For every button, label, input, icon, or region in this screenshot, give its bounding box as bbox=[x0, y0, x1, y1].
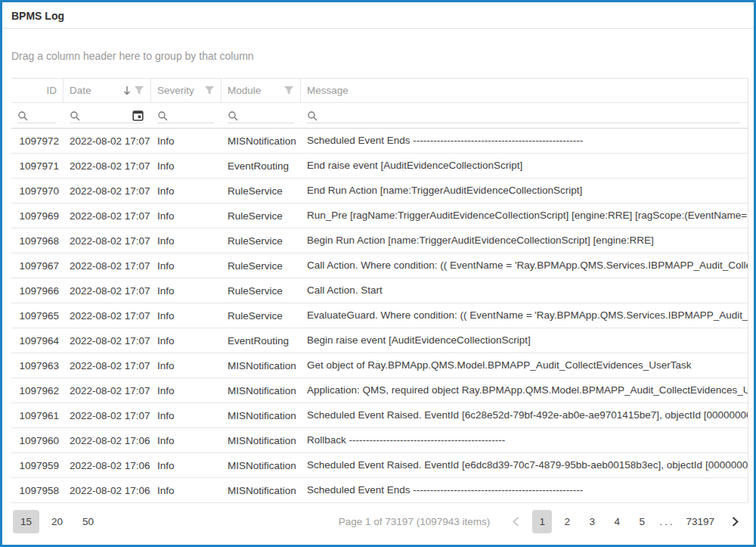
column-header-message[interactable]: Message bbox=[301, 79, 748, 102]
grid-header-row: ID Date Severity bbox=[11, 78, 748, 103]
cell-message: Get object of Ray.BPMApp.QMS.Model.BPMAP… bbox=[301, 353, 748, 378]
cell-severity: Info bbox=[151, 428, 222, 452]
page-button-2[interactable]: 2 bbox=[557, 510, 577, 533]
table-row[interactable]: 1097971 2022-08-02 17:07 Info EventRouti… bbox=[11, 154, 748, 179]
cell-module: MISNotification bbox=[222, 129, 301, 153]
cell-module: RuleService bbox=[222, 204, 301, 228]
cell-date: 2022-08-02 17:06 bbox=[64, 453, 151, 477]
page-button-last[interactable]: 73197 bbox=[682, 510, 718, 533]
magnifier-icon bbox=[17, 110, 28, 121]
cell-module: RuleService bbox=[222, 179, 301, 203]
filter-input-date[interactable] bbox=[64, 103, 151, 128]
column-label-module: Module bbox=[228, 85, 284, 96]
table-row[interactable]: 1097970 2022-08-02 17:07 Info RuleServic… bbox=[11, 179, 748, 204]
page-button-4[interactable]: 4 bbox=[607, 510, 627, 533]
cell-message: Scheduled Event Raised. EventId [e6dc8d3… bbox=[301, 453, 748, 477]
table-row[interactable]: 1097972 2022-08-02 17:07 Info MISNotific… bbox=[11, 129, 748, 154]
pager: 15 20 50 Page 1 of 73197 (1097943 items)… bbox=[2, 503, 754, 539]
filter-input-module[interactable] bbox=[222, 103, 301, 128]
cell-id: 1097962 bbox=[11, 378, 64, 402]
sort-descending-arrow-icon[interactable] bbox=[122, 85, 132, 95]
cell-severity: Info bbox=[151, 204, 222, 228]
cell-id: 1097968 bbox=[11, 228, 64, 253]
cell-message: Rollback -------------------------------… bbox=[301, 428, 748, 452]
cell-severity: Info bbox=[151, 378, 222, 402]
group-by-drop-area[interactable]: Drag a column header here to group by th… bbox=[2, 29, 754, 78]
cell-date: 2022-08-02 17:06 bbox=[64, 478, 151, 502]
column-label-severity: Severity bbox=[157, 85, 204, 96]
cell-id: 1097971 bbox=[11, 154, 64, 178]
cell-date: 2022-08-02 17:07 bbox=[64, 278, 151, 303]
cell-severity: Info bbox=[151, 328, 222, 353]
page-size-15[interactable]: 15 bbox=[13, 510, 39, 533]
magnifier-icon bbox=[307, 110, 318, 121]
table-row[interactable]: 1097969 2022-08-02 17:07 Info RuleServic… bbox=[11, 204, 748, 228]
page-button-5[interactable]: 5 bbox=[632, 510, 652, 533]
page-size-20[interactable]: 20 bbox=[44, 510, 70, 533]
page-button-1[interactable]: 1 bbox=[532, 510, 552, 533]
magnifier-icon bbox=[157, 110, 168, 121]
chevron-right-icon[interactable] bbox=[726, 510, 744, 533]
table-row[interactable]: 1097960 2022-08-02 17:06 Info MISNotific… bbox=[11, 428, 748, 453]
cell-date: 2022-08-02 17:07 bbox=[64, 228, 151, 253]
cell-message: Call Action. Start bbox=[301, 278, 748, 303]
bpms-log-window: BPMS Log Drag a column header here to gr… bbox=[0, 0, 756, 547]
cell-id: 1097959 bbox=[11, 453, 64, 477]
table-row[interactable]: 1097965 2022-08-02 17:07 Info RuleServic… bbox=[11, 303, 748, 328]
table-row[interactable]: 1097966 2022-08-02 17:07 Info RuleServic… bbox=[11, 278, 748, 303]
column-header-date[interactable]: Date bbox=[64, 79, 151, 102]
cell-severity: Info bbox=[151, 129, 222, 153]
cell-severity: Info bbox=[151, 278, 222, 303]
column-header-module[interactable]: Module bbox=[222, 79, 301, 102]
filter-funnel-icon[interactable] bbox=[204, 85, 215, 95]
table-row[interactable]: 1097959 2022-08-02 17:06 Info MISNotific… bbox=[11, 453, 748, 478]
cell-severity: Info bbox=[151, 478, 222, 502]
cell-module: EventRouting bbox=[222, 154, 301, 178]
cell-id: 1097960 bbox=[11, 428, 64, 452]
table-row[interactable]: 1097964 2022-08-02 17:07 Info EventRouti… bbox=[11, 328, 748, 353]
cell-severity: Info bbox=[151, 154, 222, 178]
page-size-50[interactable]: 50 bbox=[75, 510, 101, 533]
cell-id: 1097963 bbox=[11, 353, 64, 378]
table-row[interactable]: 1097967 2022-08-02 17:07 Info RuleServic… bbox=[11, 253, 748, 278]
cell-date: 2022-08-02 17:07 bbox=[64, 378, 151, 402]
magnifier-icon bbox=[70, 110, 80, 121]
column-label-date: Date bbox=[70, 85, 122, 96]
cell-module: MISNotification bbox=[222, 478, 301, 502]
cell-date: 2022-08-02 17:07 bbox=[64, 129, 151, 153]
cell-severity: Info bbox=[151, 353, 222, 378]
cell-message: EvaluateGuard. Where condition: (( Event… bbox=[301, 303, 748, 328]
table-row[interactable]: 1097958 2022-08-02 17:06 Info MISNotific… bbox=[11, 478, 748, 503]
page-size-selector: 15 20 50 bbox=[13, 510, 101, 533]
cell-id: 1097965 bbox=[11, 303, 64, 328]
log-grid: ID Date Severity bbox=[11, 78, 748, 503]
filter-input-message[interactable] bbox=[301, 103, 748, 128]
cell-severity: Info bbox=[151, 303, 222, 328]
cell-date: 2022-08-02 17:07 bbox=[64, 253, 151, 278]
cell-id: 1097966 bbox=[11, 278, 64, 303]
cell-message: Scheduled Event Ends -------------------… bbox=[301, 129, 748, 153]
cell-module: MISNotification bbox=[222, 428, 301, 452]
cell-module: EventRouting bbox=[222, 328, 301, 353]
magnifier-icon bbox=[228, 110, 238, 121]
table-row[interactable]: 1097968 2022-08-02 17:07 Info RuleServic… bbox=[11, 228, 748, 253]
table-row[interactable]: 1097963 2022-08-02 17:07 Info MISNotific… bbox=[11, 353, 748, 378]
cell-severity: Info bbox=[151, 179, 222, 203]
cell-module: RuleService bbox=[222, 253, 301, 278]
filter-input-severity[interactable] bbox=[151, 103, 222, 128]
column-header-id[interactable]: ID bbox=[11, 79, 64, 102]
filter-funnel-icon[interactable] bbox=[134, 85, 144, 95]
calendar-icon[interactable] bbox=[132, 110, 144, 121]
filter-funnel-icon[interactable] bbox=[284, 85, 294, 95]
page-button-3[interactable]: 3 bbox=[582, 510, 602, 533]
cell-module: MISNotification bbox=[222, 353, 301, 378]
filter-input-id[interactable] bbox=[11, 103, 64, 128]
table-row[interactable]: 1097962 2022-08-02 17:07 Info MISNotific… bbox=[11, 378, 748, 403]
cell-id: 1097961 bbox=[11, 403, 64, 427]
table-row[interactable]: 1097961 2022-08-02 17:07 Info MISNotific… bbox=[11, 403, 748, 428]
cell-module: MISNotification bbox=[222, 403, 301, 427]
chevron-left-icon[interactable] bbox=[507, 510, 525, 533]
page-navigator: Page 1 of 73197 (1097943 items) 1 2 3 4 … bbox=[339, 510, 744, 533]
cell-message: Scheduled Event Ends -------------------… bbox=[301, 478, 748, 502]
column-header-severity[interactable]: Severity bbox=[151, 79, 222, 102]
